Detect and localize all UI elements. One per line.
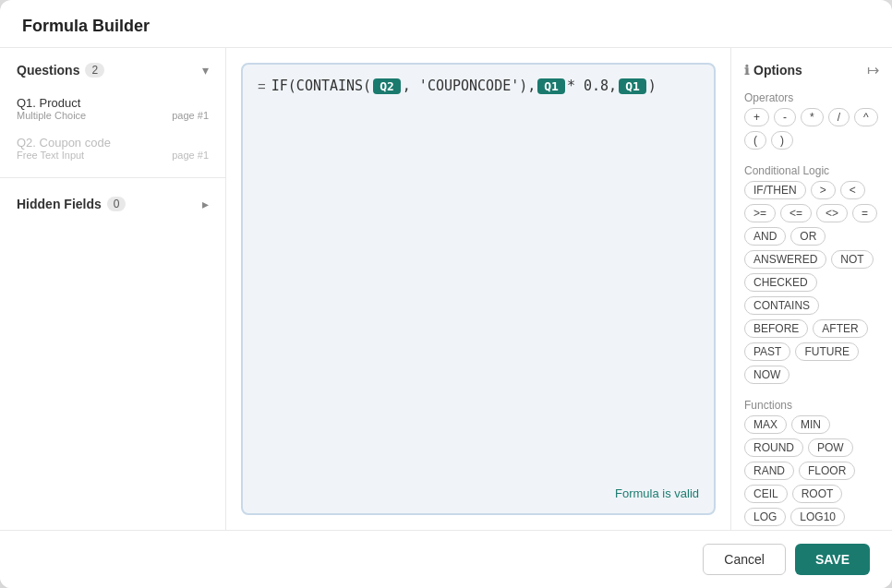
- fn-log10[interactable]: LOG10: [790, 508, 845, 526]
- conditional-section: Conditional Logic IF/THEN > < >= <= <> =…: [744, 164, 879, 390]
- op-minus[interactable]: -: [774, 108, 796, 126]
- modal-title: Formula Builder: [22, 17, 150, 35]
- formula-valid-text: Formula is valid: [258, 479, 699, 500]
- fn-rand[interactable]: RAND: [744, 462, 794, 480]
- cond-lte[interactable]: <=: [780, 204, 812, 222]
- options-title: ℹ Options: [744, 63, 802, 78]
- fn-min[interactable]: MIN: [791, 415, 830, 434]
- modal-body: Questions 2 ▾ Q1. Product Multiple Choic…: [0, 48, 892, 530]
- options-header: ℹ Options ↦: [744, 61, 879, 78]
- op-multiply[interactable]: *: [801, 108, 824, 126]
- operators-label: Operators: [744, 91, 879, 104]
- cond-eq[interactable]: =: [852, 204, 877, 222]
- modal-header: Formula Builder: [0, 0, 892, 48]
- fn-max[interactable]: MAX: [744, 415, 787, 434]
- op-caret[interactable]: ^: [854, 108, 878, 126]
- chevron-right-icon: ▸: [202, 197, 209, 211]
- options-panel: ℹ Options ↦ Operators + - * / ^ ( ) Con: [730, 48, 892, 530]
- conditional-label: Conditional Logic: [744, 164, 879, 177]
- questions-section-header[interactable]: Questions 2 ▾: [0, 63, 225, 89]
- functions-label: Functions: [744, 399, 879, 412]
- formula-suffix: ): [648, 78, 657, 94]
- hidden-fields-section[interactable]: Hidden Fields 0 ▸: [0, 187, 225, 221]
- sidebar: Questions 2 ▾ Q1. Product Multiple Choic…: [0, 48, 226, 530]
- hidden-fields-badge: 0: [107, 197, 127, 211]
- cond-future[interactable]: FUTURE: [795, 342, 859, 361]
- cond-after[interactable]: AFTER: [813, 319, 867, 338]
- formula-editor[interactable]: = IF(CONTAINS( Q2 , 'COUPONCODE'), Q1 * …: [241, 63, 716, 515]
- fn-pow[interactable]: POW: [808, 438, 853, 457]
- conditional-group: IF/THEN > < >= <= <> = AND OR ANSWERED N…: [744, 181, 879, 384]
- chevron-down-icon: ▾: [202, 63, 209, 78]
- formula-tag-q2[interactable]: Q2: [373, 78, 401, 94]
- sidebar-divider: [0, 177, 225, 178]
- fn-root[interactable]: ROOT: [792, 485, 843, 503]
- save-button[interactable]: SAVE: [795, 544, 870, 575]
- cancel-button[interactable]: Cancel: [703, 544, 786, 575]
- formula-builder-modal: Formula Builder Questions 2 ▾ Q1. Produc…: [0, 0, 892, 588]
- cond-gt[interactable]: >: [811, 181, 836, 199]
- questions-badge: 2: [85, 63, 104, 78]
- cond-neq[interactable]: <>: [816, 204, 848, 222]
- sidebar-item-q1[interactable]: Q1. Product Multiple Choice page #1: [0, 89, 225, 128]
- cond-if-then[interactable]: IF/THEN: [744, 181, 806, 199]
- operators-section: Operators + - * / ^ ( ): [744, 91, 879, 155]
- formula-area: = IF(CONTAINS( Q2 , 'COUPONCODE'), Q1 * …: [226, 48, 730, 530]
- cond-and[interactable]: AND: [744, 227, 786, 246]
- cond-or[interactable]: OR: [790, 227, 826, 246]
- sidebar-item-q2[interactable]: Q2. Coupon code Free Text Input page #1: [0, 128, 225, 168]
- cond-past[interactable]: PAST: [744, 342, 790, 361]
- cond-contains[interactable]: CONTAINS: [744, 296, 819, 315]
- cond-gte[interactable]: >=: [744, 204, 776, 222]
- fn-log[interactable]: LOG: [744, 508, 786, 526]
- info-icon: ℹ: [744, 63, 749, 78]
- op-plus[interactable]: +: [744, 108, 769, 126]
- hidden-fields-title: Hidden Fields 0: [17, 197, 126, 211]
- fn-floor[interactable]: FLOOR: [799, 462, 855, 480]
- cond-answered[interactable]: ANSWERED: [744, 250, 826, 269]
- fn-round[interactable]: ROUND: [744, 438, 803, 457]
- functions-group: MAX MIN ROUND POW RAND FLOOR CEIL ROOT L…: [744, 415, 879, 530]
- formula-middle2: * 0.8,: [567, 78, 617, 94]
- questions-title: Questions 2: [17, 63, 104, 78]
- formula-prefix: IF(CONTAINS(: [271, 78, 371, 94]
- cond-now[interactable]: NOW: [744, 366, 790, 384]
- cond-not[interactable]: NOT: [831, 250, 873, 269]
- formula-middle1: , 'COUPONCODE'),: [403, 78, 536, 94]
- formula-tag-q1-second[interactable]: Q1: [619, 78, 646, 94]
- export-icon[interactable]: ↦: [867, 61, 879, 78]
- op-divide[interactable]: /: [828, 108, 850, 126]
- formula-equals: =: [258, 78, 266, 94]
- formula-tag-q1-first[interactable]: Q1: [537, 78, 565, 94]
- cond-before[interactable]: BEFORE: [744, 319, 808, 338]
- cond-checked[interactable]: CHECKED: [744, 273, 817, 292]
- cond-lt[interactable]: <: [840, 181, 865, 199]
- modal-footer: Cancel SAVE: [0, 530, 892, 588]
- functions-section: Functions MAX MIN ROUND POW RAND FLOOR C…: [744, 399, 879, 530]
- operators-group: + - * / ^ ( ): [744, 108, 879, 150]
- op-open-paren[interactable]: (: [744, 131, 766, 150]
- fn-ceil[interactable]: CEIL: [744, 485, 788, 503]
- op-close-paren[interactable]: ): [771, 131, 793, 150]
- formula-line: = IF(CONTAINS( Q2 , 'COUPONCODE'), Q1 * …: [258, 78, 699, 94]
